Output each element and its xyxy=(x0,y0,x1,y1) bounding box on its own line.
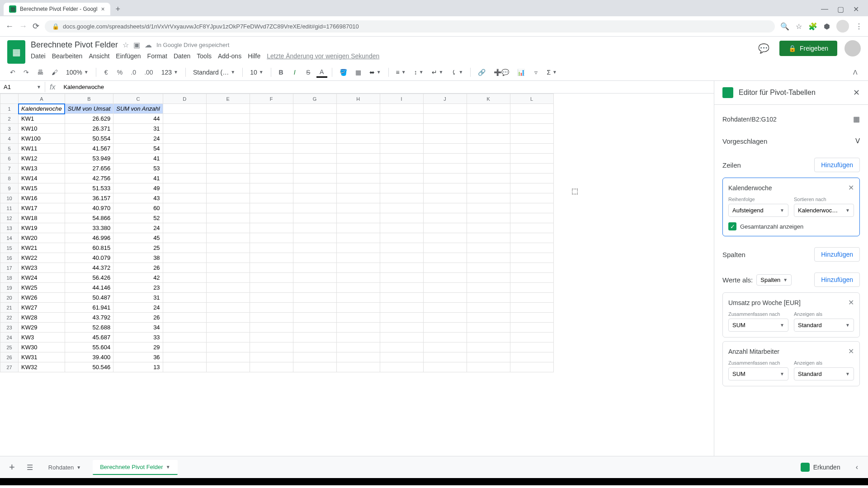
cell[interactable] xyxy=(163,233,206,243)
comments-icon[interactable]: 💬 xyxy=(756,40,772,56)
cell[interactable]: 45.687 xyxy=(65,333,113,343)
cell[interactable] xyxy=(250,174,293,183)
cell[interactable]: SUM von Anzahl xyxy=(113,104,163,114)
cell[interactable]: KW12 xyxy=(19,154,65,164)
cell[interactable] xyxy=(293,243,336,253)
cell[interactable] xyxy=(336,352,380,362)
cell[interactable]: KW28 xyxy=(19,313,65,323)
cell[interactable] xyxy=(467,253,510,263)
cell[interactable] xyxy=(163,352,206,362)
cell[interactable] xyxy=(510,343,553,352)
cell[interactable]: KW32 xyxy=(19,362,65,372)
cell[interactable] xyxy=(336,134,380,144)
cell[interactable] xyxy=(293,273,336,283)
cell[interactable] xyxy=(467,343,510,352)
cell[interactable] xyxy=(163,114,206,124)
cell[interactable] xyxy=(467,333,510,343)
cell[interactable] xyxy=(380,313,423,323)
cell[interactable] xyxy=(336,223,380,233)
cell[interactable]: 34 xyxy=(113,323,163,333)
row-header[interactable]: 22 xyxy=(0,313,19,323)
cell[interactable] xyxy=(250,134,293,144)
cell[interactable]: 33 xyxy=(113,333,163,343)
cell[interactable] xyxy=(163,343,206,352)
row-header[interactable]: 4 xyxy=(0,134,19,144)
cell[interactable] xyxy=(423,273,467,283)
cell[interactable] xyxy=(467,144,510,154)
menu-addons[interactable]: Add-ons xyxy=(218,52,241,60)
cell[interactable] xyxy=(250,164,293,174)
cell[interactable] xyxy=(467,124,510,134)
cell[interactable]: KW13 xyxy=(19,164,65,174)
bold-icon[interactable]: B xyxy=(276,67,287,78)
cell[interactable] xyxy=(163,203,206,213)
column-header[interactable]: A xyxy=(19,94,65,104)
cell[interactable] xyxy=(380,114,423,124)
star-icon[interactable]: ☆ xyxy=(796,22,802,31)
cell[interactable] xyxy=(293,293,336,303)
cell[interactable] xyxy=(336,313,380,323)
cell[interactable]: 43.792 xyxy=(65,313,113,323)
cell[interactable] xyxy=(293,183,336,193)
close-window-icon[interactable]: ✕ xyxy=(853,5,859,14)
cell[interactable] xyxy=(423,104,467,114)
remove-row-field-icon[interactable]: ✕ xyxy=(848,183,854,192)
cell[interactable] xyxy=(510,213,553,223)
cell[interactable] xyxy=(163,323,206,333)
new-tab-button[interactable]: + xyxy=(110,5,126,14)
cell[interactable] xyxy=(467,263,510,273)
cell[interactable]: KW15 xyxy=(19,183,65,193)
cell[interactable] xyxy=(293,313,336,323)
row-header[interactable]: 17 xyxy=(0,263,19,273)
row-header[interactable]: 2 xyxy=(0,114,19,124)
cell[interactable] xyxy=(380,243,423,253)
cell[interactable]: 44.372 xyxy=(65,263,113,273)
cell[interactable]: 52.688 xyxy=(65,323,113,333)
cell[interactable] xyxy=(336,323,380,333)
summarize-select[interactable]: SUM▼ xyxy=(728,367,788,380)
cell[interactable]: KW1 xyxy=(19,114,65,124)
cell[interactable] xyxy=(423,362,467,372)
menu-bearbeiten[interactable]: Bearbeiten xyxy=(52,52,83,60)
cell[interactable] xyxy=(250,362,293,372)
row-header[interactable]: 16 xyxy=(0,253,19,263)
row-header[interactable]: 13 xyxy=(0,223,19,233)
number-format-select[interactable]: 123▼ xyxy=(159,67,181,78)
cell[interactable] xyxy=(510,144,553,154)
italic-icon[interactable]: I xyxy=(289,67,300,78)
cell[interactable] xyxy=(336,174,380,183)
cell[interactable] xyxy=(250,114,293,124)
functions-icon[interactable]: Σ▼ xyxy=(544,67,560,78)
cell[interactable] xyxy=(467,174,510,183)
cell[interactable] xyxy=(510,333,553,343)
reload-icon[interactable]: ⟳ xyxy=(33,21,39,31)
cell[interactable] xyxy=(423,352,467,362)
url-input[interactable]: 🔒 docs.google.com/spreadsheets/d/1nVxVrV… xyxy=(45,20,775,33)
menu-daten[interactable]: Daten xyxy=(174,52,190,60)
cell[interactable] xyxy=(336,124,380,134)
increase-decimals[interactable]: .00 xyxy=(142,67,156,78)
cell[interactable]: 52 xyxy=(113,213,163,223)
cell[interactable] xyxy=(293,104,336,114)
currency-button[interactable]: € xyxy=(101,67,112,78)
cell[interactable]: 24 xyxy=(113,223,163,233)
cell[interactable] xyxy=(380,223,423,233)
cell[interactable] xyxy=(467,183,510,193)
cell[interactable] xyxy=(380,343,423,352)
cell[interactable] xyxy=(510,114,553,124)
cell[interactable] xyxy=(336,213,380,223)
column-header[interactable]: I xyxy=(380,94,423,104)
cell[interactable]: 51.533 xyxy=(65,183,113,193)
cell[interactable]: KW23 xyxy=(19,263,65,273)
cell[interactable] xyxy=(380,164,423,174)
summarize-select[interactable]: SUM▼ xyxy=(728,319,788,332)
row-header[interactable]: 25 xyxy=(0,343,19,352)
cell[interactable] xyxy=(510,233,553,243)
column-header[interactable]: C xyxy=(113,94,163,104)
cell[interactable] xyxy=(467,223,510,233)
cell[interactable]: 26 xyxy=(113,263,163,273)
cell[interactable] xyxy=(510,273,553,283)
cell[interactable] xyxy=(293,343,336,352)
cell[interactable]: KW22 xyxy=(19,253,65,263)
row-header[interactable]: 11 xyxy=(0,203,19,213)
